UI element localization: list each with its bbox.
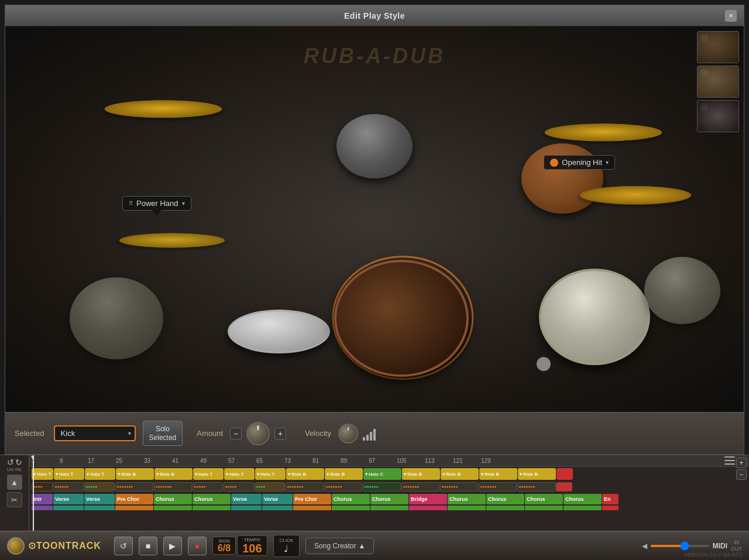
bass-beater [537,357,551,371]
click-button[interactable]: Click ♩ [273,535,300,557]
modal-title: Edit Play Style [344,11,405,20]
click-label: Click [280,538,294,543]
amount-plus-button[interactable]: + [274,428,286,439]
amount-knob[interactable] [246,422,270,445]
snare-drum[interactable] [228,310,330,353]
section-chorus-4: Chorus [370,494,408,504]
toontrack-logo: ⊙TOONTRACK [7,537,101,555]
select-tool-button[interactable]: ▲ [7,475,22,490]
sign-tempo-group: Sign 6/8 Tempo 106 [212,535,267,556]
thumb-item-2[interactable] [697,66,739,98]
zoom-in-button[interactable]: + [736,458,747,468]
opening-hit-icon [550,159,558,167]
midi-pat-15 [517,482,555,492]
pattern-block-14[interactable]: ▾ Ride B [479,468,517,480]
selected-label: Selected [15,429,44,438]
pattern-block-2[interactable]: ▾ Hats T [54,468,84,480]
tempo-control[interactable]: Tempo 106 [237,535,267,556]
pattern-block-intro[interactable]: ▾ Hats T [32,468,53,480]
song-creator-button[interactable]: Song Creator ▲ [305,538,374,554]
drum-controls-bar: Selected Kick Snare Hi-Hat Ride Crash To… [5,412,744,454]
midi-pat-10 [324,482,362,492]
modal-titlebar: Edit Play Style × [5,5,744,26]
tom-top-center[interactable] [336,114,413,178]
pattern-block-12[interactable]: ▾ Ride B [402,468,440,480]
tom-upper-right[interactable] [521,143,603,214]
kick-dropdown-wrapper: Kick Snare Hi-Hat Ride Crash Tom Floor T… [54,425,136,441]
pattern-block-7[interactable]: ▾ Hats T [224,468,255,480]
undo-button[interactable]: ↺ UN [7,458,14,472]
hihat-cymbal[interactable] [115,233,229,248]
play-button[interactable]: ▶ [163,537,182,555]
click-icon: ♩ [284,543,288,554]
volume-slider-area: ◀ MIDI IN OUT [380,540,742,552]
col-chorus-6 [486,506,524,510]
section-chorus-2: Chorus [193,494,231,504]
thumb-item-3[interactable] [697,100,739,132]
opening-hit-text: Opening Hit [562,158,602,167]
amount-minus-button[interactable]: − [230,428,242,439]
midi-pattern-row [29,481,749,493]
time-signature-control[interactable]: Sign 6/8 [212,537,236,555]
pattern-block-13[interactable]: ▾ Ride B [441,468,479,480]
solo-selected-button[interactable]: Solo Selected [143,421,183,446]
vel-bar-3 [370,432,372,441]
pattern-block-8[interactable]: ▾ Hats T [255,468,286,480]
midi-pat-8 [255,482,285,492]
pattern-block-11[interactable]: ▾ Hats C [363,468,401,480]
opening-hit-arrow-icon: ▾ [606,159,609,166]
record-button[interactable]: ● [188,537,207,555]
opening-hit-label[interactable]: Opening Hit ▾ [544,155,615,170]
close-button[interactable]: × [725,10,737,22]
crash-cymbal-right[interactable] [575,186,695,205]
thumb-item-1[interactable] [697,31,739,63]
section-chorus-5: Chorus [448,494,486,504]
pattern-block-end[interactable] [556,468,573,480]
kick-dropdown[interactable]: Kick Snare Hi-Hat Ride Crash Tom Floor T… [54,425,136,441]
redo-button[interactable]: ↻ RE [15,458,22,472]
transport-bar: ⊙TOONTRACK ↺ ■ ▶ ● Sign 6/8 Tempo 106 Cl… [0,531,749,560]
midi-pat-1 [32,482,53,492]
drum-kit-area: RUB-A-DUB [5,26,744,412]
pattern-block-15[interactable]: ▾ Ride B [518,468,556,480]
pattern-block-10[interactable]: ▾ Ride B [325,468,363,480]
col-prechor-1 [115,506,153,510]
edit-play-style-modal: Edit Play Style × RUB-A-DUB [5,5,744,455]
loop-button[interactable]: ↺ [114,537,133,555]
undo-redo-group: ↺ UN ↻ RE [7,456,22,472]
velocity-knob[interactable] [338,424,358,444]
zoom-out-button[interactable]: − [736,469,747,480]
crash-cymbal-left[interactable] [99,100,228,118]
song-creator-label: Song Creator [314,542,356,550]
thumb-image-2 [698,66,738,97]
section-end: En [602,494,619,504]
midi-pat-9 [286,482,324,492]
velocity-label: Velocity [305,429,331,438]
pattern-block-9[interactable]: ▾ Ride B [286,468,324,480]
ride-cymbal-right[interactable] [540,123,668,141]
ghost-drum-left[interactable] [70,277,163,359]
section-chorus-6: Chorus [486,494,524,504]
volume-slider[interactable] [651,545,709,547]
amount-knob-container: − + [230,422,286,445]
power-hand-label[interactable]: ⠿ Power Hand ▾ [122,196,191,211]
vel-bar-4 [373,429,376,441]
col-chorus-2 [193,506,231,510]
zoom-controls: + − [736,458,747,480]
cut-tool-button[interactable]: ✂ [7,492,22,507]
pattern-block-5[interactable]: ▾ Ride B [154,468,193,480]
kick-drum[interactable] [334,260,469,377]
stop-button[interactable]: ■ [139,537,157,555]
hamburger-menu-button[interactable] [724,456,735,465]
midi-pat-12 [401,482,439,492]
floor-tom[interactable] [539,269,650,365]
col-chorus-8 [564,506,602,510]
midi-pat-4 [115,482,153,492]
pattern-block-4[interactable]: ▾ Ride B [116,468,154,480]
timeline-ruler: 1 9 17 25 33 41 49 57 65 73 81 89 97 105 [29,455,749,467]
pattern-block-3[interactable]: ▾ Hats T [85,468,115,480]
col-verse-2 [84,506,115,510]
toontrack-logo-text: ⊙TOONTRACK [28,540,101,551]
playhead[interactable] [33,455,34,531]
pattern-block-6[interactable]: ▾ Hats T [193,468,224,480]
